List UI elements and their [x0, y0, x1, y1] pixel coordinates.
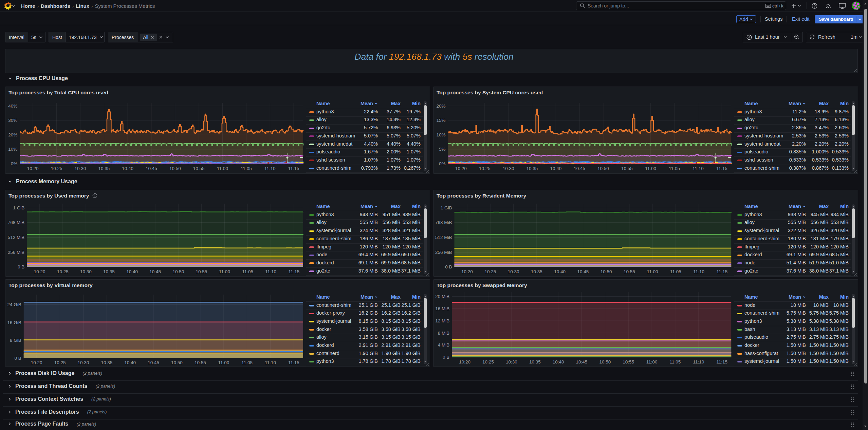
- svg-text:16 MiB: 16 MiB: [435, 306, 449, 311]
- svg-text:10:20: 10:20: [34, 269, 45, 274]
- svg-text:1 GiB: 1 GiB: [441, 205, 452, 210]
- svg-text:10:40: 10:40: [124, 360, 136, 365]
- svg-text:1 GiB: 1 GiB: [13, 205, 24, 210]
- svg-text:256 MiB: 256 MiB: [435, 250, 452, 255]
- svg-text:10:40: 10:40: [122, 166, 133, 171]
- svg-text:10:55: 10:55: [623, 359, 634, 364]
- svg-text:11:00: 11:00: [219, 269, 230, 274]
- svg-text:11:05: 11:05: [670, 269, 681, 274]
- svg-text:10:55: 10:55: [624, 269, 635, 274]
- svg-text:11:00: 11:00: [647, 269, 658, 274]
- svg-text:10:55: 10:55: [193, 166, 205, 171]
- svg-text:11:10: 11:10: [693, 359, 704, 364]
- svg-text:768 MiB: 768 MiB: [8, 220, 25, 225]
- svg-text:10:20: 10:20: [27, 166, 39, 171]
- svg-text:8 GiB: 8 GiB: [10, 338, 21, 343]
- svg-text:10:50: 10:50: [597, 166, 609, 171]
- svg-text:10:25: 10:25: [479, 166, 491, 171]
- svg-text:0 B: 0 B: [445, 264, 452, 269]
- svg-text:20%: 20%: [436, 104, 445, 109]
- svg-text:10:35: 10:35: [101, 360, 112, 365]
- svg-text:10%: 10%: [436, 132, 445, 137]
- svg-text:11:15: 11:15: [288, 166, 299, 171]
- svg-text:10:40: 10:40: [554, 269, 566, 274]
- svg-text:10:30: 10:30: [78, 360, 89, 365]
- svg-text:10:35: 10:35: [527, 166, 538, 171]
- svg-text:10:40: 10:40: [126, 269, 138, 274]
- svg-text:10:55: 10:55: [196, 269, 207, 274]
- svg-text:11:10: 11:10: [692, 166, 704, 171]
- svg-text:10:50: 10:50: [599, 359, 611, 364]
- svg-text:11:00: 11:00: [646, 359, 658, 364]
- svg-text:11:15: 11:15: [716, 359, 727, 364]
- svg-text:10:30: 10:30: [80, 269, 92, 274]
- svg-text:10:45: 10:45: [574, 166, 585, 171]
- svg-text:10:50: 10:50: [601, 269, 612, 274]
- svg-text:10%: 10%: [8, 147, 17, 152]
- svg-text:10:50: 10:50: [172, 269, 184, 274]
- svg-text:10:25: 10:25: [51, 166, 62, 171]
- svg-text:0 B: 0 B: [15, 356, 21, 361]
- svg-text:10:35: 10:35: [531, 269, 542, 274]
- svg-text:10:20: 10:20: [461, 269, 473, 274]
- svg-text:10:55: 10:55: [621, 166, 633, 171]
- svg-text:11:15: 11:15: [717, 269, 728, 274]
- svg-text:10:55: 10:55: [195, 360, 206, 365]
- svg-text:10:35: 10:35: [529, 359, 541, 364]
- svg-text:5%: 5%: [439, 147, 446, 152]
- svg-text:10:45: 10:45: [576, 359, 588, 364]
- svg-text:11:05: 11:05: [241, 360, 253, 365]
- svg-text:0 B: 0 B: [18, 264, 24, 269]
- svg-text:10:30: 10:30: [506, 359, 517, 364]
- svg-text:10:25: 10:25: [54, 360, 66, 365]
- svg-text:10:40: 10:40: [550, 166, 561, 171]
- svg-text:11:00: 11:00: [645, 166, 656, 171]
- svg-text:10:35: 10:35: [98, 166, 110, 171]
- svg-text:10:20: 10:20: [31, 360, 42, 365]
- svg-text:15%: 15%: [436, 118, 445, 123]
- svg-text:10:20: 10:20: [459, 359, 470, 364]
- svg-text:4 MiB: 4 MiB: [438, 342, 450, 348]
- svg-text:10:30: 10:30: [503, 166, 514, 171]
- svg-text:0%: 0%: [11, 161, 18, 166]
- svg-text:11:00: 11:00: [218, 360, 229, 365]
- svg-text:10:50: 10:50: [169, 166, 181, 171]
- svg-text:512 MiB: 512 MiB: [435, 235, 452, 240]
- svg-text:11:10: 11:10: [265, 360, 276, 365]
- svg-text:8 MiB: 8 MiB: [438, 331, 450, 336]
- svg-text:10:20: 10:20: [455, 166, 467, 171]
- svg-text:0%: 0%: [439, 161, 446, 166]
- svg-text:10:25: 10:25: [482, 359, 494, 364]
- svg-text:11:15: 11:15: [288, 360, 299, 365]
- svg-text:11:10: 11:10: [264, 166, 276, 171]
- svg-text:20 MiB: 20 MiB: [435, 294, 449, 299]
- svg-text:10:45: 10:45: [149, 269, 161, 274]
- svg-text:11:05: 11:05: [242, 269, 253, 274]
- svg-text:24 GiB: 24 GiB: [7, 302, 21, 307]
- svg-text:768 MiB: 768 MiB: [435, 220, 452, 225]
- svg-text:256 MiB: 256 MiB: [8, 250, 25, 255]
- svg-text:12 MiB: 12 MiB: [435, 318, 449, 323]
- svg-text:11:05: 11:05: [241, 166, 252, 171]
- svg-text:11:15: 11:15: [716, 166, 727, 171]
- svg-text:30%: 30%: [8, 118, 17, 123]
- svg-text:0 B: 0 B: [443, 355, 449, 360]
- svg-text:11:10: 11:10: [265, 269, 276, 274]
- svg-text:11:15: 11:15: [288, 269, 299, 274]
- svg-text:10:45: 10:45: [146, 166, 157, 171]
- svg-text:20%: 20%: [8, 132, 17, 137]
- svg-text:10:45: 10:45: [577, 269, 589, 274]
- svg-text:10:35: 10:35: [103, 269, 115, 274]
- svg-text:10:50: 10:50: [171, 360, 183, 365]
- svg-text:10:25: 10:25: [484, 269, 496, 274]
- svg-text:40%: 40%: [8, 104, 17, 109]
- svg-text:10:30: 10:30: [75, 166, 86, 171]
- svg-text:10:40: 10:40: [553, 359, 564, 364]
- svg-text:10:30: 10:30: [508, 269, 519, 274]
- svg-text:10:45: 10:45: [148, 360, 159, 365]
- svg-text:11:05: 11:05: [669, 166, 680, 171]
- svg-text:11:05: 11:05: [670, 359, 681, 364]
- svg-text:10:25: 10:25: [57, 269, 69, 274]
- svg-text:11:10: 11:10: [693, 269, 704, 274]
- svg-text:16 GiB: 16 GiB: [7, 320, 21, 325]
